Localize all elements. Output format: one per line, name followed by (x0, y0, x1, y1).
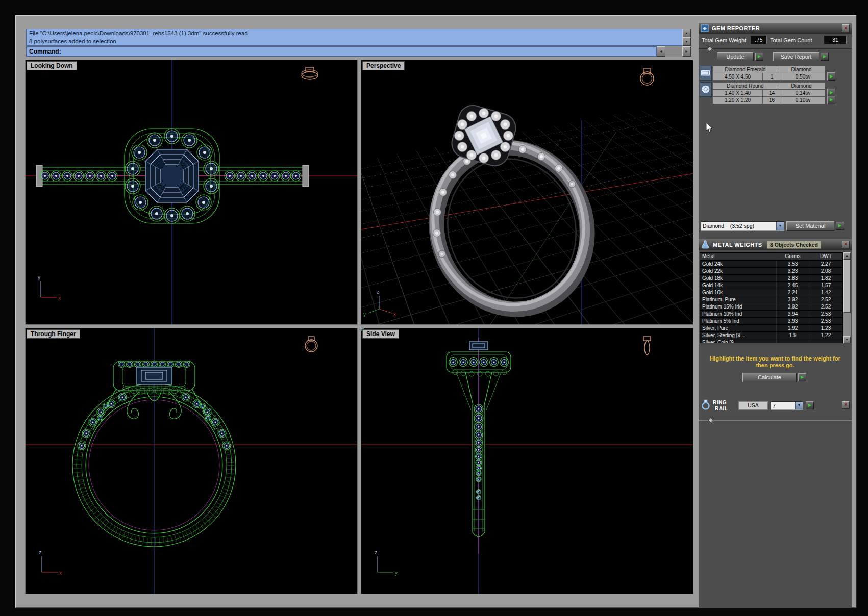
gem-go-button[interactable]: ▶ (827, 96, 835, 104)
material-dropdown[interactable]: Diamond (3.52 spg) ▼ (701, 221, 784, 231)
viewport-title-perspective[interactable]: Perspective (362, 61, 405, 70)
gem-size[interactable]: 4.50 X 4.50 (712, 73, 763, 81)
gem-weight[interactable]: 0.10tw (781, 96, 825, 104)
viewport-perspective[interactable]: z x y Perspective (361, 60, 693, 325)
ring-rail-slider-track[interactable] (699, 420, 852, 421)
set-material-button[interactable]: Set Material (786, 221, 834, 231)
table-row[interactable]: Platinum, Pure3.922.52 (700, 296, 842, 303)
axis-gizmo: z x (39, 550, 62, 576)
scroll-down-button[interactable]: ▼ (682, 37, 691, 46)
ring-rail-icon (701, 399, 711, 410)
rhino-window: File "C:\Users\jelena.pecic\Downloads\97… (15, 15, 856, 608)
calculate-go-button[interactable]: ▶ (798, 373, 806, 381)
metal-weights-icon (700, 240, 710, 250)
emerald-gem-icon (700, 66, 712, 81)
total-gem-count-label: Total Gem Count (770, 37, 812, 43)
gem-name[interactable]: Diamond Emerald (712, 66, 778, 73)
perspective-drawing: z x y (361, 60, 693, 325)
set-material-go-button[interactable]: ▶ (836, 222, 844, 230)
scroll-down-button[interactable]: ▼ (843, 336, 851, 343)
save-report-button[interactable]: Save Report (773, 52, 819, 61)
save-report-go-button[interactable]: ▶ (821, 53, 829, 61)
through-finger-drawing: z x (26, 328, 358, 594)
table-row[interactable]: Platinum 15% Irid3.922.52 (700, 303, 842, 311)
axis-label-x: x (393, 312, 396, 317)
metal-weights-table[interactable]: Metal Grams DWT Gold 24k3.532.27 Gold 22… (700, 252, 843, 343)
gem-count[interactable]: 16 (762, 96, 781, 104)
gem-go-button[interactable]: ▶ (827, 72, 835, 81)
command-history-line: 8 polysurfaces added to selection. (29, 37, 679, 45)
ring-rail-close-button[interactable]: × (842, 401, 850, 409)
column-dwt: DWT (809, 253, 842, 260)
viewport-side-view[interactable]: z y Side View (361, 328, 693, 594)
shank-stones (361, 328, 483, 500)
table-row[interactable]: Silver, Sterling [9...1.91.22 (700, 332, 842, 339)
axis-gizmo: z x y (363, 289, 396, 317)
command-prompt[interactable]: Command: (26, 46, 657, 57)
table-row[interactable]: Silver, Coin [9... (700, 339, 842, 343)
table-row[interactable]: Gold 18k2.831.82 (700, 275, 842, 282)
dropdown-arrow-icon[interactable]: ▼ (776, 222, 784, 230)
table-row[interactable]: Gold 22k3.232.08 (700, 268, 842, 275)
axis-label-x: x (59, 570, 62, 576)
gem-count[interactable]: 1 (762, 73, 781, 81)
total-gem-weight-value: .75 (751, 36, 767, 44)
right-panel: GEM REPORTER × Total Gem Weight .75 Tota… (699, 23, 852, 608)
viewport-through-finger[interactable]: z x Through Finger (25, 328, 358, 594)
table-row[interactable]: Gold 14k2.451.57 (700, 282, 842, 289)
ring-size-region-dropdown[interactable]: USA (738, 401, 768, 410)
viewport-title-through-finger[interactable]: Through Finger (27, 329, 80, 339)
viewport-title-side-view[interactable]: Side View (362, 329, 399, 339)
axis-label-z: z (375, 550, 377, 555)
table-row[interactable]: Gold 24k3.532.27 (700, 261, 842, 268)
gem-reporter-close-button[interactable]: × (842, 24, 850, 32)
gem-reporter-slider-handle[interactable] (707, 46, 712, 52)
gem-size[interactable]: 1.20 X 1.20 (712, 96, 763, 104)
axis-gizmo: y x (38, 275, 61, 301)
scroll-left-button[interactable]: ◄ (657, 46, 665, 57)
viewport-projection-icon (643, 337, 651, 355)
dropdown-arrow-icon[interactable]: ▼ (795, 402, 803, 409)
ring-rail-slider-handle[interactable] (708, 417, 713, 423)
gem-weight[interactable]: 0.14tw (781, 89, 825, 97)
table-scrollbar[interactable]: ▲ ▼ (843, 252, 851, 343)
ring-rail-go-button[interactable]: ▶ (806, 401, 814, 409)
scrollbar-thumb[interactable] (843, 260, 851, 313)
axis-label-y: y (38, 275, 40, 280)
table-row[interactable]: Platinum 10% Irid3.942.53 (700, 311, 842, 318)
total-gem-weight-label: Total Gem Weight (702, 37, 746, 43)
table-row[interactable]: Platinum 5% Irid3.932.53 (700, 318, 842, 325)
viewport-title-looking-down[interactable]: Looking Down (27, 61, 77, 70)
calculate-button[interactable]: Calculate (742, 373, 797, 382)
table-row[interactable]: Gold 10k2.211.42 (700, 289, 842, 296)
gem-type[interactable]: Diamond (778, 82, 825, 90)
table-row[interactable]: Silver, Pure1.921.23 (700, 325, 842, 332)
bezel-scallops (453, 370, 507, 376)
scroll-up-button[interactable]: ▲ (843, 252, 851, 260)
ring-size-value: 7 (771, 402, 795, 409)
table-header-row: Metal Grams DWT (700, 253, 842, 261)
gem-type[interactable]: Diamond (778, 66, 825, 73)
gem-list: Diamond Emerald Diamond 4.50 X 4.50 1 0.… (699, 66, 852, 107)
gem-size[interactable]: 1.40 X 1.40 (712, 89, 763, 97)
gem-reporter-slider-track[interactable] (699, 48, 852, 49)
update-go-button[interactable]: ▶ (755, 53, 763, 61)
axis-label-z: z (377, 289, 379, 295)
scroll-right-button[interactable]: ► (682, 46, 691, 57)
command-prompt-label: Command: (29, 48, 61, 55)
ring-size-dropdown[interactable]: 7 ▼ (771, 401, 803, 410)
metal-weights-hint: Highlight the item you want to find the … (699, 355, 852, 369)
round-gem-icon (700, 82, 712, 97)
gem-weight[interactable]: 0.50tw (781, 73, 825, 81)
command-history-line: File "C:\Users\jelena.pecic\Downloads\97… (29, 29, 679, 37)
command-history: File "C:\Users\jelena.pecic\Downloads\97… (26, 29, 682, 46)
gem-name[interactable]: Diamond Round (712, 82, 778, 90)
mouse-cursor (706, 123, 713, 133)
gem-count[interactable]: 14 (762, 89, 781, 97)
scroll-up-button[interactable]: ▲ (682, 29, 691, 37)
metal-weights-close-button[interactable]: × (842, 241, 850, 248)
halo-stones (118, 361, 190, 368)
axis-gizmo: z y (375, 550, 398, 576)
viewport-looking-down[interactable]: y x Looking Down (25, 60, 358, 325)
update-button[interactable]: Update (717, 52, 754, 61)
